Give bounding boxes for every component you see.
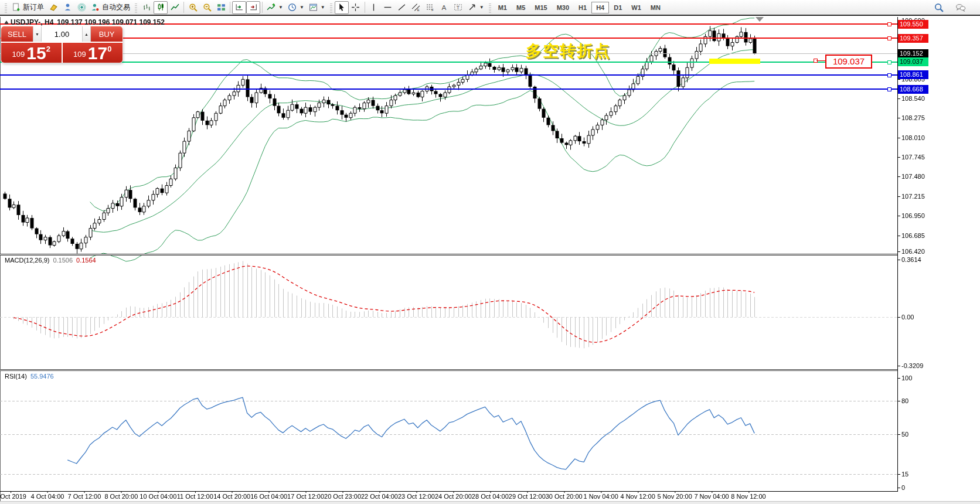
yellow-highlight-band[interactable]	[709, 59, 760, 64]
hline-109.152	[0, 53, 897, 54]
search-button[interactable]	[932, 1, 946, 14]
tile-windows-button[interactable]	[214, 1, 228, 14]
chat-button[interactable]	[953, 1, 968, 14]
price-badge-109.037: 109.037	[898, 57, 928, 66]
hline-handle[interactable]	[887, 22, 891, 26]
price-badge-108.668: 108.668	[898, 85, 928, 94]
autotrading-icon	[91, 3, 100, 12]
indicators-icon	[267, 3, 275, 12]
profiles-button[interactable]	[60, 1, 74, 14]
toolbar: 新订单 自动交易 ▼ ▼	[0, 0, 980, 16]
price-tick-106.950: 106.950	[901, 212, 925, 219]
buy-price-big: 17	[88, 46, 107, 61]
toolbar-grip	[5, 2, 7, 13]
signals-icon	[77, 3, 86, 12]
volume-input[interactable]	[42, 26, 82, 42]
trendline-button[interactable]	[395, 1, 409, 14]
toolbar-separator	[230, 2, 230, 13]
hline-handle[interactable]	[887, 73, 891, 77]
chart-annotation-text[interactable]: 多空转折点	[526, 40, 611, 62]
time-tick-14: 29 Oct 12:00	[509, 493, 546, 500]
price-badge-109.550: 109.550	[898, 20, 928, 29]
chart-shift-marker-icon[interactable]	[756, 17, 764, 22]
bar-chart-button[interactable]	[139, 1, 154, 14]
sell-price-small: 109	[12, 50, 25, 59]
buy-price-tile[interactable]: 109 17 0	[63, 43, 123, 63]
sell-button[interactable]: SELL	[1, 26, 33, 42]
time-tick-3: 8 Oct 20:00	[104, 493, 138, 500]
vertical-line-icon	[369, 3, 378, 12]
price-tick-108.540: 108.540	[901, 95, 925, 102]
autotrading-button[interactable]: 自动交易	[89, 1, 132, 14]
macd-tick-0.00: 0.00	[901, 314, 914, 321]
new-order-icon	[12, 3, 21, 12]
rsi-tick-80: 80	[901, 397, 908, 404]
time-tick-18: 5 Nov 20:00	[657, 493, 692, 500]
zoom-out-icon	[203, 3, 212, 12]
hline-109.357[interactable]	[0, 38, 897, 39]
indicators-button[interactable]: ▼	[264, 1, 285, 14]
svg-text:F: F	[431, 8, 434, 12]
volume-increase-button[interactable]: ▲	[82, 26, 91, 42]
dropdown-caret-icon: ▼	[321, 5, 325, 10]
text-button[interactable]: A	[437, 1, 451, 14]
chart-shift-icon	[249, 3, 258, 12]
metaeditor-button[interactable]	[46, 1, 60, 14]
macd-value-2: 0.1564	[76, 257, 96, 264]
hline-handle[interactable]	[887, 87, 891, 91]
timeframe-M30[interactable]: M30	[552, 2, 574, 13]
symbol-title: USDJPY-, H4	[11, 18, 53, 26]
zoom-out-button[interactable]	[200, 1, 214, 14]
chart-shift-button[interactable]	[246, 1, 260, 14]
rsi-indicator-label: RSI(14)55.9476	[5, 373, 54, 380]
hline-108.668[interactable]	[0, 88, 897, 90]
svg-text:T: T	[457, 5, 460, 11]
candlestick-chart-button[interactable]	[154, 1, 168, 14]
timeframe-H1[interactable]: H1	[574, 2, 591, 13]
fibonacci-button[interactable]: F	[423, 1, 437, 14]
volume-decrease-button[interactable]: ▼	[33, 26, 42, 42]
arrows-button[interactable]: ▼	[465, 1, 486, 14]
vertical-line-button[interactable]	[367, 1, 381, 14]
sell-price-tile[interactable]: 109 15 2	[1, 43, 62, 63]
timeframe-D1[interactable]: D1	[609, 2, 627, 13]
chart-canvas[interactable]	[0, 0, 980, 504]
price-tick-107.215: 107.215	[901, 193, 925, 200]
timeframe-M5[interactable]: M5	[512, 2, 530, 13]
rsi-tick-15: 15	[901, 471, 908, 478]
auto-scroll-button[interactable]	[232, 1, 246, 14]
horizontal-line-button[interactable]	[381, 1, 395, 14]
time-tick-10: 22 Oct 04:00	[361, 493, 398, 500]
macd-indicator-label: MACD(12,26,9)0.15060.1564	[5, 257, 96, 264]
buy-button[interactable]: BUY	[91, 26, 122, 42]
cursor-button[interactable]	[335, 1, 349, 14]
timeframe-H4[interactable]: H4	[591, 2, 609, 13]
signals-button[interactable]	[74, 1, 89, 14]
autotrading-label: 自动交易	[102, 2, 130, 12]
hline-108.861[interactable]	[0, 74, 897, 76]
timeframe-M1[interactable]: M1	[494, 2, 512, 13]
hline-handle[interactable]	[887, 60, 891, 64]
hline-109.037[interactable]	[0, 62, 897, 63]
periods-button[interactable]: ▼	[285, 1, 307, 14]
templates-button[interactable]: ▼	[307, 1, 328, 14]
dropdown-caret-icon: ▼	[278, 5, 283, 10]
zoom-in-button[interactable]	[186, 1, 200, 14]
text-label-button[interactable]: T	[451, 1, 465, 14]
new-order-button[interactable]: 新订单	[9, 1, 46, 14]
auto-scroll-icon	[235, 3, 244, 12]
crosshair-button[interactable]	[349, 1, 363, 14]
hline-handle[interactable]	[887, 36, 891, 40]
main-macd-divider[interactable]	[0, 254, 897, 256]
timeframe-MN[interactable]: MN	[646, 2, 665, 13]
window-bottom-strip	[0, 501, 980, 504]
time-tick-8: 17 Oct 12:00	[287, 493, 324, 500]
time-tick-13: 28 Oct 04:00	[472, 493, 509, 500]
timeframe-M15[interactable]: M15	[530, 2, 552, 13]
price-tick-108.010: 108.010	[901, 134, 925, 141]
line-chart-button[interactable]	[168, 1, 182, 14]
equidistant-channel-button[interactable]: E	[409, 1, 423, 14]
timeframe-W1[interactable]: W1	[627, 2, 646, 13]
macd-rsi-divider[interactable]	[0, 369, 897, 371]
price-tag-box[interactable]: 109.037	[825, 55, 872, 69]
